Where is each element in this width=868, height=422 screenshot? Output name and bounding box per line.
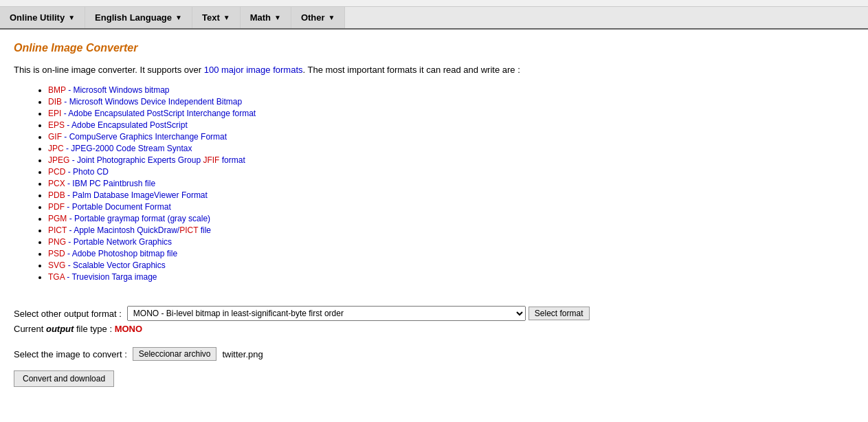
nav-label-text: Text bbox=[202, 12, 220, 23]
nav-arrow-other: ▼ bbox=[329, 14, 335, 21]
formats-list: BMP - Microsoft Windows bitmap DIB - Mic… bbox=[48, 85, 854, 282]
list-item: DIB - Microsoft Windows Device Independe… bbox=[48, 97, 854, 107]
list-item: EPS - Adobe Encapsulated PostScript bbox=[48, 120, 854, 130]
list-item: PGM - Portable graymap format (gray scal… bbox=[48, 214, 854, 223]
nav-item-english-language[interactable]: English Language ▼ bbox=[85, 7, 192, 28]
current-output-bold: output bbox=[46, 324, 74, 334]
nav-bar: Online Utility ▼ English Language ▼ Text… bbox=[0, 7, 868, 30]
output-format-row: Select other output format : MONO - Bi-l… bbox=[14, 306, 854, 321]
list-item: EPI - Adobe Encapsulated PostScript Inte… bbox=[48, 109, 854, 118]
list-item: PDF - Portable Document Format bbox=[48, 202, 854, 212]
nav-arrow-online-utility: ▼ bbox=[68, 14, 75, 21]
nav-arrow-english-language: ▼ bbox=[175, 14, 182, 21]
list-item: PCX - IBM PC Paintbrush file bbox=[48, 179, 854, 188]
list-item: PNG - Portable Network Graphics bbox=[48, 237, 854, 247]
list-item: JPC - JPEG-2000 Code Stream Syntax bbox=[48, 144, 854, 153]
current-output-row: Current output file type : MONO bbox=[14, 324, 854, 334]
list-item: TGA - Truevision Targa image bbox=[48, 272, 854, 282]
nav-item-online-utility[interactable]: Online Utility ▼ bbox=[0, 7, 85, 28]
intro-text-2: . The most important formats it can read… bbox=[303, 65, 520, 75]
formats-ul: BMP - Microsoft Windows bitmap DIB - Mic… bbox=[48, 85, 854, 282]
page-title: Online Image Converter bbox=[14, 42, 854, 54]
convert-download-button[interactable]: Convert and download bbox=[14, 370, 114, 387]
nav-item-text[interactable]: Text ▼ bbox=[192, 7, 241, 28]
current-output-label: Current bbox=[14, 324, 46, 334]
convert-row: Convert and download bbox=[14, 364, 854, 387]
nav-label-online-utility: Online Utility bbox=[10, 12, 65, 23]
list-item: SVG - Scalable Vector Graphics bbox=[48, 260, 854, 270]
current-output-value: MONO bbox=[115, 324, 142, 334]
file-name: twitter.png bbox=[222, 349, 263, 359]
list-item: PCD - Photo CD bbox=[48, 167, 854, 177]
format-select[interactable]: MONO - Bi-level bitmap in least-signific… bbox=[127, 306, 526, 321]
nav-arrow-text: ▼ bbox=[223, 14, 230, 21]
select-format-button[interactable]: Select format bbox=[528, 307, 590, 320]
top-bar bbox=[0, 0, 868, 7]
nav-label-math: Math bbox=[250, 12, 271, 23]
list-item: PICT - Apple Macintosh QuickDraw/PICT fi… bbox=[48, 225, 854, 235]
nav-label-other: Other bbox=[301, 12, 325, 23]
intro-highlight: 100 major image formats bbox=[204, 65, 303, 75]
nav-arrow-math: ▼ bbox=[274, 14, 281, 21]
select-image-label: Select the image to convert : bbox=[14, 349, 127, 359]
main-content: Online Image Converter This is on-line i… bbox=[0, 30, 868, 394]
file-select-row: Select the image to convert : Selecciona… bbox=[14, 347, 854, 361]
nav-item-math[interactable]: Math ▼ bbox=[241, 7, 291, 28]
output-format-label: Select other output format : bbox=[14, 309, 122, 319]
current-output-label2: file type : bbox=[74, 324, 114, 334]
list-item: GIF - CompuServe Graphics Interchange Fo… bbox=[48, 132, 854, 142]
intro-text-1: This is on-line image converter. It supp… bbox=[14, 65, 204, 75]
list-item: PSD - Adobe Photoshop bitmap file bbox=[48, 249, 854, 258]
nav-label-english-language: English Language bbox=[95, 12, 172, 23]
nav-item-other[interactable]: Other ▼ bbox=[291, 7, 346, 28]
list-item: PDB - Palm Database ImageViewer Format bbox=[48, 190, 854, 200]
file-select-button[interactable]: Seleccionar archivo bbox=[133, 347, 217, 361]
current-output-text: Current output file type : MONO bbox=[14, 324, 142, 334]
list-item: JPEG - Joint Photographic Experts Group … bbox=[48, 155, 854, 165]
list-item: BMP - Microsoft Windows bitmap bbox=[48, 85, 854, 95]
intro-text: This is on-line image converter. It supp… bbox=[14, 65, 854, 75]
